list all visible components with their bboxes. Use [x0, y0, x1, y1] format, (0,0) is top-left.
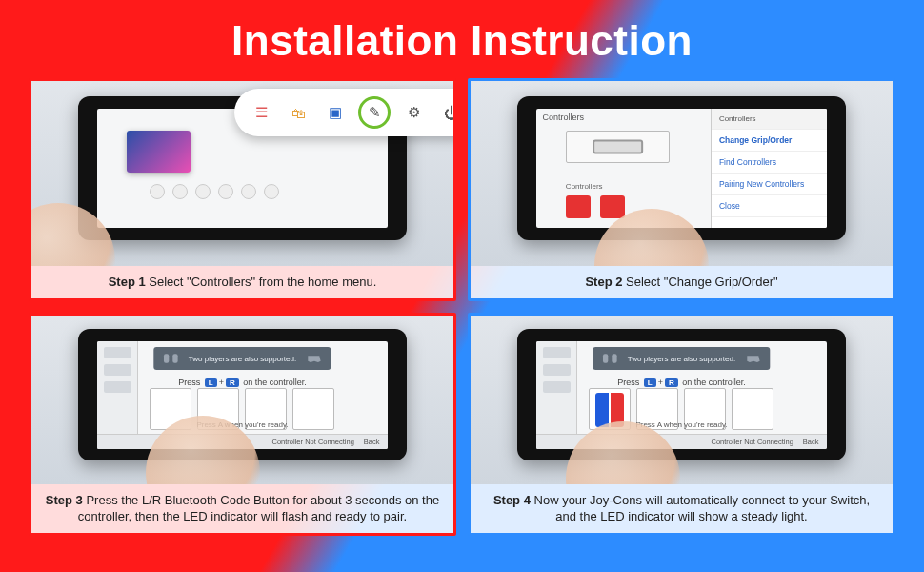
- console-device: Two players are also supported. Press L+…: [78, 329, 408, 460]
- key-l: L: [205, 378, 217, 387]
- console-device: Controllers Controllers Controllers Chan…: [517, 96, 847, 241]
- step4-caption: Step 4 Now your Joy-Cons will automatica…: [471, 484, 893, 533]
- step4-thumb: Two players are also supported. Press L+…: [471, 316, 893, 484]
- step1-text: Select "Controllers" from the home menu.: [149, 275, 376, 289]
- footer-not-connecting[interactable]: Controller Not Connecting: [272, 438, 354, 446]
- controllers-icon[interactable]: ✎: [358, 96, 391, 129]
- settings-icon[interactable]: ⚙: [401, 99, 428, 126]
- step1-thumb: ☰ 🛍 ▣ ✎ ⚙ ⏻: [31, 81, 453, 266]
- menu-header: Controllers: [712, 109, 827, 130]
- controllers-header: Controllers: [542, 112, 584, 122]
- step1-label-bold: Step 1: [109, 275, 146, 289]
- svg-rect-1: [173, 355, 178, 363]
- key-l: L: [644, 378, 656, 387]
- step-panel-3: Two players are also supported. Press L+…: [29, 313, 456, 536]
- svg-rect-3: [613, 355, 617, 363]
- joycon-pair: Controllers: [566, 195, 625, 218]
- menu-item-find[interactable]: Find Controllers: [712, 152, 827, 174]
- joycon-right-icon: [600, 195, 625, 218]
- press-post: on the controller.: [682, 378, 746, 387]
- step-panel-1: ☰ 🛍 ▣ ✎ ⚙ ⏻ Step 1 Select "Controllers" …: [29, 78, 456, 301]
- pairing-footer: Controller Not Connecting Back: [97, 434, 387, 449]
- press-a-line: Press A when you're ready.: [97, 420, 387, 429]
- banner-text: Two players are also supported.: [628, 355, 735, 363]
- menu-item-close[interactable]: Close: [712, 195, 827, 217]
- pairing-sidebar: [536, 341, 577, 449]
- svg-rect-0: [164, 355, 169, 363]
- press-pre: Press: [617, 378, 639, 387]
- press-lr-line: Press L+R on the controller.: [536, 378, 826, 387]
- power-icon[interactable]: ⏻: [437, 99, 453, 126]
- pairing-banner: Two players are also supported.: [593, 347, 770, 370]
- joycon-pair-icon: [164, 353, 179, 364]
- key-r: R: [665, 378, 678, 387]
- key-r: R: [226, 378, 239, 387]
- press-pre: Press: [178, 378, 200, 387]
- key-plus: +: [658, 378, 663, 387]
- pairing-sidebar: [97, 341, 138, 449]
- step3-text: Press the L/R Bluetooth Code Button for …: [78, 493, 439, 524]
- step2-thumb: Controllers Controllers Controllers Chan…: [471, 81, 893, 266]
- pro-controller-icon: [306, 353, 321, 364]
- step2-label-bold: Step 2: [585, 275, 622, 289]
- pro-controller-icon: [745, 353, 760, 364]
- icon-popup: ☰ 🛍 ▣ ✎ ⚙ ⏻: [234, 89, 453, 137]
- footer-not-connecting[interactable]: Controller Not Connecting: [712, 438, 793, 446]
- home-icon-row: [150, 184, 279, 199]
- console-device: Two players are also supported. Press L+…: [517, 329, 847, 460]
- pairing-screen-connected: Two players are also supported. Press L+…: [536, 341, 826, 449]
- menu-item-change-grip[interactable]: Change Grip/Order: [712, 130, 827, 152]
- step3-thumb: Two players are also supported. Press L+…: [31, 316, 453, 484]
- press-post: on the controller.: [243, 378, 307, 387]
- key-plus: +: [219, 378, 224, 387]
- step2-text: Select "Change Grip/Order": [626, 275, 778, 289]
- footer-back[interactable]: Back: [364, 438, 380, 446]
- game-tile: [127, 131, 191, 174]
- step2-caption: Step 2 Select "Change Grip/Order": [471, 266, 893, 298]
- press-lr-line: Press L+R on the controller.: [97, 378, 387, 387]
- footer-back[interactable]: Back: [803, 438, 819, 446]
- step-panel-2: Controllers Controllers Controllers Chan…: [468, 78, 895, 301]
- controllers-menu: Controllers Change Grip/Order Find Contr…: [711, 109, 827, 227]
- controllers-screen: Controllers Controllers Controllers Chan…: [536, 109, 826, 227]
- page-title: Installation Instruction: [0, 0, 924, 78]
- pairing-banner: Two players are also supported.: [154, 347, 331, 370]
- eshop-icon[interactable]: 🛍: [285, 99, 311, 126]
- console-box: [566, 131, 670, 164]
- svg-rect-2: [603, 355, 608, 363]
- press-a-line: Press A when you're ready.: [536, 420, 826, 429]
- step3-caption: Step 3 Press the L/R Bluetooth Code Butt…: [31, 484, 453, 533]
- joycon-pair-icon: [603, 353, 618, 364]
- pairing-screen: Two players are also supported. Press L+…: [97, 341, 387, 449]
- step-panel-4: Two players are also supported. Press L+…: [468, 313, 895, 536]
- menu-item-pair-new[interactable]: Pairing New Controllers: [712, 174, 827, 195]
- album-icon[interactable]: ▣: [322, 99, 349, 126]
- step1-caption: Step 1 Select "Controllers" from the hom…: [31, 266, 453, 298]
- steps-grid: ☰ 🛍 ▣ ✎ ⚙ ⏻ Step 1 Select "Controllers" …: [0, 78, 924, 564]
- banner-text: Two players are also supported.: [189, 355, 296, 363]
- news-icon[interactable]: ☰: [249, 99, 275, 126]
- pairing-footer: Controller Not Connecting Back: [536, 434, 826, 449]
- controllers-small-label: Controllers: [566, 182, 603, 191]
- step4-label-bold: Step 4: [493, 493, 531, 507]
- joycon-left-icon: [566, 195, 591, 218]
- step4-text: Now your Joy-Cons will automatically con…: [534, 493, 871, 524]
- step3-label-bold: Step 3: [46, 493, 83, 507]
- console-icon: [593, 140, 644, 154]
